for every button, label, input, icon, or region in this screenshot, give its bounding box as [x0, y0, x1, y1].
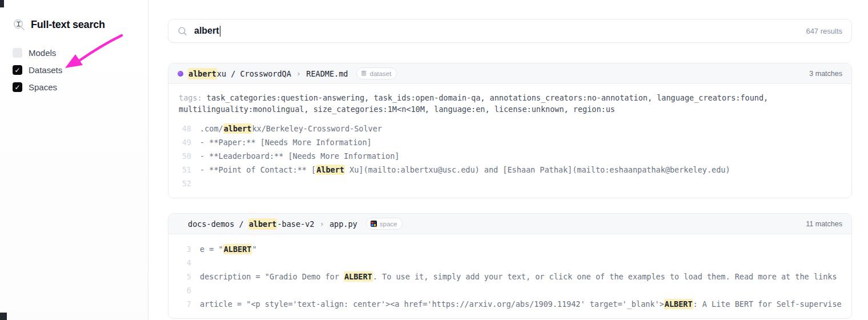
line-text: [200, 283, 841, 297]
line-number: 50: [179, 149, 191, 163]
search-term-highlight: ALBERT: [223, 244, 252, 254]
match-count: 3 matches: [809, 70, 842, 78]
code-line: 52: [179, 177, 841, 190]
line-text: article = "<p style='text-align: center'…: [200, 297, 841, 311]
line-text: [200, 177, 841, 190]
filter-label: Spaces: [29, 82, 57, 92]
line-number: 6: [179, 283, 191, 297]
window-corner-artifact: [0, 313, 7, 320]
code-line: 49- **Paper:** [Needs More Information]: [179, 135, 841, 149]
result-header[interactable]: docs-demos / albert-base-v2›app.pyspace1…: [168, 214, 851, 234]
search-term-highlight: albert: [188, 68, 217, 79]
sidebar: Full-text search Models✓Datasets✓Spaces: [0, 0, 148, 320]
code-line: 51- **Point of Contact:** [Albert Xu](ma…: [179, 163, 841, 177]
search-icon: [178, 26, 187, 36]
line-number: 3: [179, 242, 191, 256]
window-corner-artifact: [0, 0, 4, 7]
result-body: 3e = "ALBERT"45description = "Gradio Dem…: [168, 234, 851, 318]
search-query-text: albert: [194, 26, 219, 36]
text-cursor: [220, 26, 221, 37]
space-icon: [371, 221, 377, 227]
line-text: e = "ALBERT": [200, 242, 841, 256]
badge-label: space: [380, 221, 397, 227]
line-text: .com/albertkx/Berkeley-Crossword-Solver: [200, 122, 841, 135]
checkbox-models[interactable]: [13, 48, 22, 58]
code-line: 7article = "<p style='text-align: center…: [179, 297, 841, 311]
filter-list: Models✓Datasets✓Spaces: [13, 48, 62, 92]
code-line: 50- **Leaderboard:** [Needs More Informa…: [179, 149, 841, 163]
result-card: albertxu / CrosswordQA›README.mddataset3…: [168, 63, 852, 198]
line-number: 48: [179, 122, 191, 135]
line-text: - **Paper:** [Needs More Information]: [200, 135, 841, 149]
result-header[interactable]: albertxu / CrosswordQA›README.mddataset3…: [168, 63, 851, 84]
checkbox-spaces[interactable]: ✓: [13, 82, 22, 92]
line-number: 51: [179, 163, 191, 177]
search-term-highlight: albert: [223, 123, 252, 134]
page-title: Full-text search: [31, 19, 105, 31]
code-line: 6: [179, 283, 841, 297]
repo-path[interactable]: docs-demos / albert-base-v2: [188, 219, 314, 229]
checkbox-datasets[interactable]: ✓: [13, 65, 22, 75]
repo-avatar: [178, 71, 183, 77]
sidebar-filter-spaces[interactable]: ✓Spaces: [13, 82, 62, 92]
results-list: albertxu / CrosswordQA›README.mddataset3…: [168, 63, 852, 319]
line-text: [200, 256, 841, 270]
match-count: 11 matches: [806, 220, 842, 228]
full-text-search-icon: [13, 18, 26, 31]
code-line: 3e = "ALBERT": [179, 242, 841, 256]
file-name[interactable]: README.md: [306, 69, 348, 78]
badge-label: dataset: [369, 70, 391, 77]
line-number: 4: [179, 256, 191, 270]
sidebar-header: Full-text search: [13, 18, 105, 31]
chevron-right-icon: ›: [296, 69, 302, 78]
dataset-icon: [361, 70, 367, 77]
result-body: tags: task_categories:question-answering…: [168, 84, 851, 198]
main-panel: albert 647 results albertxu / CrosswordQ…: [148, 0, 868, 320]
line-number: 49: [179, 135, 191, 149]
search-term-highlight: ALBERT: [664, 299, 693, 309]
search-term-highlight: albert: [248, 218, 278, 230]
space-badge: space: [366, 218, 403, 230]
sidebar-filter-datasets[interactable]: ✓Datasets: [13, 65, 62, 75]
search-bar[interactable]: albert 647 results: [168, 19, 852, 43]
code-line: 5description = "Gradio Demo for ALBERT. …: [179, 270, 841, 283]
tags-block: tags: task_categories:question-answering…: [179, 92, 841, 115]
line-number: 5: [179, 270, 191, 283]
search-input[interactable]: albert: [194, 26, 220, 37]
filter-label: Models: [29, 48, 56, 58]
code-line: 48.com/albertkx/Berkeley-Crossword-Solve…: [179, 122, 841, 135]
line-number: 52: [179, 177, 191, 190]
chevron-right-icon: ›: [319, 219, 325, 228]
line-text: description = "Gradio Demo for ALBERT. T…: [200, 270, 841, 283]
dataset-badge: dataset: [356, 67, 397, 79]
result-card: docs-demos / albert-base-v2›app.pyspace1…: [168, 213, 852, 319]
filter-label: Datasets: [29, 65, 62, 75]
search-term-highlight: Albert: [316, 165, 345, 175]
results-count: 647 results: [806, 27, 842, 35]
file-name[interactable]: app.py: [329, 219, 357, 229]
tags-key: tags:: [179, 93, 207, 102]
line-text: - **Point of Contact:** [Albert Xu](mail…: [200, 163, 841, 177]
line-text: - **Leaderboard:** [Needs More Informati…: [200, 149, 841, 163]
search-term-highlight: ALBERT: [344, 271, 373, 282]
line-number: 7: [179, 297, 191, 311]
repo-path[interactable]: albertxu / CrosswordQA: [188, 69, 291, 78]
sidebar-filter-models[interactable]: Models: [13, 48, 62, 58]
code-line: 4: [179, 256, 841, 270]
